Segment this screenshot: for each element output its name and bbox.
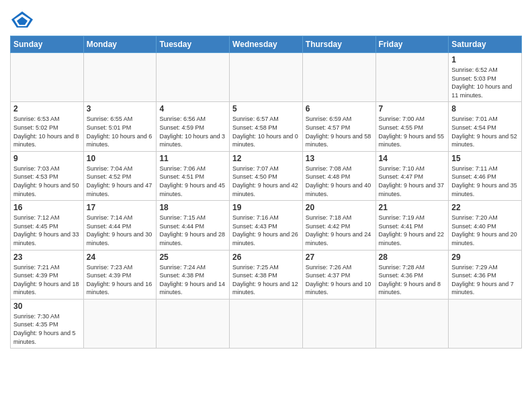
day-cell: 19Sunrise: 7:16 AM Sunset: 4:43 PM Dayli…	[230, 201, 303, 250]
day-info: Sunrise: 7:07 AM Sunset: 4:50 PM Dayligh…	[232, 165, 300, 198]
week-row-2: 2Sunrise: 6:53 AM Sunset: 5:02 PM Daylig…	[11, 102, 522, 151]
day-cell	[83, 53, 157, 102]
weekday-header-monday: Monday	[83, 36, 157, 53]
day-info: Sunrise: 7:30 AM Sunset: 4:35 PM Dayligh…	[13, 312, 81, 346]
day-cell: 14Sunrise: 7:10 AM Sunset: 4:47 PM Dayli…	[375, 151, 449, 200]
day-cell: 1Sunrise: 6:52 AM Sunset: 5:03 PM Daylig…	[449, 53, 522, 102]
day-number: 20	[306, 203, 373, 212]
day-info: Sunrise: 7:01 AM Sunset: 4:54 PM Dayligh…	[451, 115, 519, 148]
day-cell: 7Sunrise: 7:00 AM Sunset: 4:55 PM Daylig…	[375, 102, 449, 151]
day-cell: 6Sunrise: 6:59 AM Sunset: 4:57 PM Daylig…	[302, 102, 375, 151]
day-cell: 23Sunrise: 7:21 AM Sunset: 4:39 PM Dayli…	[11, 250, 84, 299]
day-info: Sunrise: 7:28 AM Sunset: 4:36 PM Dayligh…	[379, 263, 446, 297]
day-number: 15	[451, 154, 519, 163]
day-info: Sunrise: 7:29 AM Sunset: 4:36 PM Dayligh…	[451, 263, 519, 297]
day-info: Sunrise: 7:04 AM Sunset: 4:52 PM Dayligh…	[87, 165, 154, 198]
day-cell	[157, 299, 230, 348]
weekday-header-friday: Friday	[375, 36, 449, 53]
day-info: Sunrise: 7:10 AM Sunset: 4:47 PM Dayligh…	[379, 165, 446, 198]
day-info: Sunrise: 6:52 AM Sunset: 5:03 PM Dayligh…	[451, 66, 519, 99]
day-info: Sunrise: 7:00 AM Sunset: 4:55 PM Dayligh…	[379, 115, 446, 148]
day-cell: 20Sunrise: 7:18 AM Sunset: 4:42 PM Dayli…	[302, 201, 375, 250]
day-cell: 22Sunrise: 7:20 AM Sunset: 4:40 PM Dayli…	[449, 201, 522, 250]
day-cell: 9Sunrise: 7:03 AM Sunset: 4:53 PM Daylig…	[11, 151, 84, 200]
day-number: 19	[232, 203, 300, 212]
week-row-6: 30Sunrise: 7:30 AM Sunset: 4:35 PM Dayli…	[11, 299, 522, 348]
page: SundayMondayTuesdayWednesdayThursdayFrid…	[0, 0, 532, 411]
day-info: Sunrise: 7:18 AM Sunset: 4:42 PM Dayligh…	[306, 214, 373, 247]
day-info: Sunrise: 7:06 AM Sunset: 4:51 PM Dayligh…	[159, 165, 226, 198]
day-info: Sunrise: 7:11 AM Sunset: 4:46 PM Dayligh…	[451, 165, 519, 198]
day-number: 13	[306, 154, 373, 163]
day-info: Sunrise: 7:14 AM Sunset: 4:44 PM Dayligh…	[87, 214, 154, 247]
day-cell: 28Sunrise: 7:28 AM Sunset: 4:36 PM Dayli…	[375, 250, 449, 299]
week-row-5: 23Sunrise: 7:21 AM Sunset: 4:39 PM Dayli…	[11, 250, 522, 299]
day-number: 2	[13, 104, 81, 113]
day-number: 30	[13, 302, 81, 311]
day-info: Sunrise: 7:19 AM Sunset: 4:41 PM Dayligh…	[379, 214, 446, 247]
day-number: 11	[159, 154, 226, 163]
weekday-header-wednesday: Wednesday	[230, 36, 303, 53]
day-cell: 29Sunrise: 7:29 AM Sunset: 4:36 PM Dayli…	[449, 250, 522, 299]
day-info: Sunrise: 7:03 AM Sunset: 4:53 PM Dayligh…	[13, 165, 81, 198]
week-row-4: 16Sunrise: 7:12 AM Sunset: 4:45 PM Dayli…	[11, 201, 522, 250]
day-number: 9	[13, 154, 81, 163]
day-cell: 27Sunrise: 7:26 AM Sunset: 4:37 PM Dayli…	[302, 250, 375, 299]
day-cell: 18Sunrise: 7:15 AM Sunset: 4:44 PM Dayli…	[157, 201, 230, 250]
weekday-header-row: SundayMondayTuesdayWednesdayThursdayFrid…	[11, 36, 522, 53]
day-number: 4	[159, 104, 226, 113]
day-number: 21	[379, 203, 446, 212]
day-number: 12	[232, 154, 300, 163]
week-row-3: 9Sunrise: 7:03 AM Sunset: 4:53 PM Daylig…	[11, 151, 522, 200]
day-info: Sunrise: 7:15 AM Sunset: 4:44 PM Dayligh…	[159, 214, 226, 247]
day-cell: 24Sunrise: 7:23 AM Sunset: 4:39 PM Dayli…	[83, 250, 157, 299]
day-info: Sunrise: 6:57 AM Sunset: 4:58 PM Dayligh…	[232, 115, 300, 148]
day-cell: 5Sunrise: 6:57 AM Sunset: 4:58 PM Daylig…	[230, 102, 303, 151]
day-number: 26	[232, 253, 300, 262]
day-number: 10	[87, 154, 154, 163]
day-cell: 10Sunrise: 7:04 AM Sunset: 4:52 PM Dayli…	[83, 151, 157, 200]
day-cell: 4Sunrise: 6:56 AM Sunset: 4:59 PM Daylig…	[157, 102, 230, 151]
day-info: Sunrise: 6:59 AM Sunset: 4:57 PM Dayligh…	[306, 115, 373, 148]
day-number: 17	[87, 203, 154, 212]
day-cell: 8Sunrise: 7:01 AM Sunset: 4:54 PM Daylig…	[449, 102, 522, 151]
day-cell	[83, 299, 157, 348]
day-cell	[449, 299, 522, 348]
day-info: Sunrise: 6:55 AM Sunset: 5:01 PM Dayligh…	[87, 115, 154, 148]
day-cell: 30Sunrise: 7:30 AM Sunset: 4:35 PM Dayli…	[11, 299, 84, 348]
day-cell	[302, 53, 375, 102]
day-info: Sunrise: 7:12 AM Sunset: 4:45 PM Dayligh…	[13, 214, 81, 247]
day-info: Sunrise: 7:24 AM Sunset: 4:38 PM Dayligh…	[159, 263, 226, 297]
day-number: 22	[451, 203, 519, 212]
header	[10, 10, 522, 29]
day-cell: 13Sunrise: 7:08 AM Sunset: 4:48 PM Dayli…	[302, 151, 375, 200]
day-cell: 11Sunrise: 7:06 AM Sunset: 4:51 PM Dayli…	[157, 151, 230, 200]
day-cell: 12Sunrise: 7:07 AM Sunset: 4:50 PM Dayli…	[230, 151, 303, 200]
day-number: 16	[13, 203, 81, 212]
day-cell	[375, 299, 449, 348]
day-number: 28	[379, 253, 446, 262]
weekday-header-sunday: Sunday	[11, 36, 84, 53]
day-number: 24	[87, 253, 154, 262]
day-cell: 3Sunrise: 6:55 AM Sunset: 5:01 PM Daylig…	[83, 102, 157, 151]
day-number: 29	[451, 253, 519, 262]
day-cell	[230, 53, 303, 102]
day-info: Sunrise: 7:25 AM Sunset: 4:38 PM Dayligh…	[232, 263, 300, 297]
day-cell	[375, 53, 449, 102]
day-number: 14	[379, 154, 446, 163]
day-info: Sunrise: 6:53 AM Sunset: 5:02 PM Dayligh…	[13, 115, 81, 148]
day-info: Sunrise: 7:23 AM Sunset: 4:39 PM Dayligh…	[87, 263, 154, 297]
day-info: Sunrise: 7:20 AM Sunset: 4:40 PM Dayligh…	[451, 214, 519, 247]
weekday-header-tuesday: Tuesday	[157, 36, 230, 53]
day-info: Sunrise: 7:16 AM Sunset: 4:43 PM Dayligh…	[232, 214, 300, 247]
day-info: Sunrise: 7:21 AM Sunset: 4:39 PM Dayligh…	[13, 263, 81, 297]
logo-icon	[10, 10, 34, 29]
day-number: 1	[451, 55, 519, 64]
calendar: SundayMondayTuesdayWednesdayThursdayFrid…	[10, 36, 522, 349]
day-cell: 2Sunrise: 6:53 AM Sunset: 5:02 PM Daylig…	[11, 102, 84, 151]
day-info: Sunrise: 6:56 AM Sunset: 4:59 PM Dayligh…	[159, 115, 226, 148]
day-number: 6	[306, 104, 373, 113]
week-row-1: 1Sunrise: 6:52 AM Sunset: 5:03 PM Daylig…	[11, 53, 522, 102]
day-cell: 16Sunrise: 7:12 AM Sunset: 4:45 PM Dayli…	[11, 201, 84, 250]
day-cell	[11, 53, 84, 102]
